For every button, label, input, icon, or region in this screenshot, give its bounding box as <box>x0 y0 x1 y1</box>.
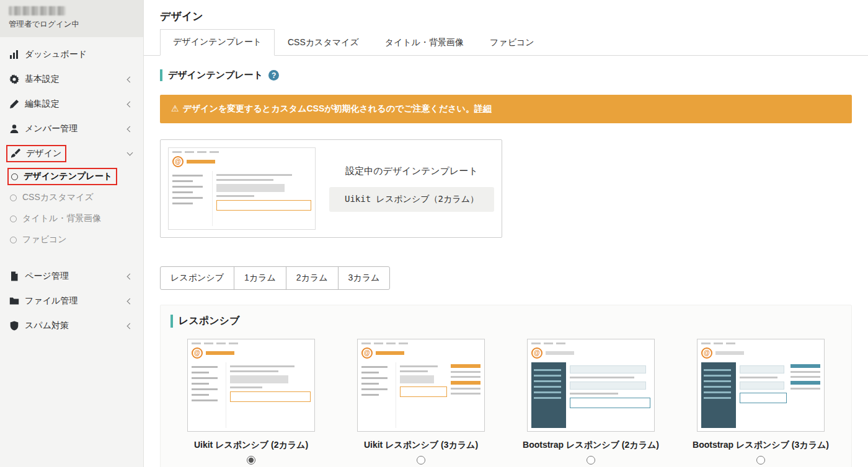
template-name: Uikit レスポンシブ (2カラム) <box>170 440 332 451</box>
warning-icon: ⚠ <box>171 103 179 113</box>
template-thumbnail: @ <box>697 339 825 432</box>
accent-bar <box>170 315 173 328</box>
tab-bar: デザインテンプレート CSSカスタマイズ タイトル・背景画像 ファビコン <box>144 29 868 56</box>
responsive-template-group: レスポンシブ @ <box>160 305 852 467</box>
chevron-left-icon <box>127 323 133 329</box>
chevron-left-icon <box>127 126 133 132</box>
login-status-label: 管理者でログイン中 <box>9 19 135 30</box>
sidebar: 管理者でログイン中 ダッシュボード 基本設定 編集設定 <box>0 0 144 467</box>
section-title: デザインテンプレート <box>168 69 263 81</box>
template-card-uikit-2col: @ Uikit レスポンシブ (2カラム) <box>170 339 332 466</box>
sidebar-item-label: ファイル管理 <box>25 295 122 307</box>
sidebar-subitem-label: CSSカスタマイズ <box>22 192 94 203</box>
current-template-info: 設定中のデザインテンプレート Uikit レスポンシブ（2カラム） <box>329 165 494 212</box>
chevron-left-icon <box>127 273 133 279</box>
main-content: デザイン デザインテンプレート CSSカスタマイズ タイトル・背景画像 ファビコ… <box>144 0 868 467</box>
template-thumbnail: @ <box>187 339 315 432</box>
chevron-left-icon <box>127 76 133 82</box>
filter-3column-button[interactable]: 3カラム <box>338 266 391 290</box>
template-thumbnail: @ <box>357 339 485 432</box>
sidebar-item-member-management[interactable]: メンバー管理 <box>0 116 143 141</box>
template-card-bootstrap-2col: @ Bootstrap レスポンシブ (2カラム) <box>510 339 671 466</box>
current-template-thumbnail: @ <box>168 147 316 230</box>
group-title: レスポンシブ <box>179 315 239 328</box>
template-name: Bootstrap レスポンシブ (2カラム) <box>510 440 671 451</box>
template-card-uikit-3col: @ Uikit レスポンシブ (3カラム) <box>340 339 502 466</box>
tab-design-template[interactable]: デザインテンプレート <box>160 29 275 56</box>
annotation-highlight-design-template: デザインテンプレート <box>7 168 117 185</box>
sidebar-menu: ダッシュボード 基本設定 編集設定 メンバー管理 <box>0 37 143 338</box>
sidebar-item-design[interactable]: デザイン <box>0 141 143 166</box>
warning-text: デザインを変更するとカスタムCSSが初期化されるのでご注意ください。 <box>183 103 474 113</box>
design-submenu: デザインテンプレート CSSカスタマイズ タイトル・背景画像 ファビコン <box>0 166 143 250</box>
sidebar-item-label: 編集設定 <box>25 98 122 110</box>
accent-bar <box>160 69 162 81</box>
radio-circle-icon <box>10 194 17 201</box>
sidebar-item-label: ページ管理 <box>25 271 122 282</box>
template-name: Bootstrap レスポンシブ (3カラム) <box>680 440 841 451</box>
template-radio-bootstrap-3col[interactable] <box>756 456 765 465</box>
person-icon <box>9 124 19 134</box>
radio-circle-icon <box>10 237 17 243</box>
folder-icon <box>9 296 19 307</box>
sidebar-item-basic-settings[interactable]: 基本設定 <box>0 67 143 92</box>
template-preview-uikit-2col: @ <box>169 148 315 229</box>
radio-circle-icon <box>11 173 18 180</box>
sidebar-subitem-label: デザインテンプレート <box>24 171 112 182</box>
sidebar-item-label: 基本設定 <box>25 74 122 85</box>
sidebar-subitem-title-background[interactable]: タイトル・背景画像 <box>0 208 143 229</box>
shield-icon <box>9 321 19 331</box>
sidebar-item-label: メンバー管理 <box>25 123 122 134</box>
sidebar-subitem-css-customize[interactable]: CSSカスタマイズ <box>0 187 143 208</box>
sidebar-subitem-favicon[interactable]: ファビコン <box>0 229 143 250</box>
tab-css-customize[interactable]: CSSカスタマイズ <box>275 30 372 56</box>
sidebar-item-dashboard[interactable]: ダッシュボード <box>0 42 143 67</box>
sidebar-item-label: スパム対策 <box>25 320 122 331</box>
help-icon[interactable]: ? <box>268 70 279 81</box>
column-filter-group: レスポンシブ 1カラム 2カラム 3カラム <box>160 266 390 290</box>
sidebar-subitem-label: タイトル・背景画像 <box>22 213 101 224</box>
template-radio-bootstrap-2col[interactable] <box>587 456 595 465</box>
chevron-down-icon <box>127 150 133 156</box>
sidebar-item-spam-protection[interactable]: スパム対策 <box>0 313 143 338</box>
tab-title-background[interactable]: タイトル・背景画像 <box>372 30 477 56</box>
group-heading: レスポンシブ <box>170 315 841 328</box>
template-radio-uikit-3col[interactable] <box>417 456 425 465</box>
page-header: デザイン <box>144 0 868 29</box>
bar-chart-icon <box>9 50 19 60</box>
warning-banner: ⚠デザインを変更するとカスタムCSSが初期化されるのでご注意ください。詳細 <box>160 95 852 123</box>
radio-circle-icon <box>10 216 17 222</box>
template-name: Uikit レスポンシブ (3カラム) <box>340 440 502 451</box>
sidebar-item-page-management[interactable]: ページ管理 <box>0 264 143 289</box>
current-template-card: @ 設定中のデザインテンプレート Uikit レスポンシブ（2カラム） <box>160 139 502 238</box>
template-thumbnail: @ <box>527 339 655 432</box>
template-preview-bootstrap-3col: @ <box>698 339 824 431</box>
annotation-highlight-design: デザイン <box>6 145 66 162</box>
filter-responsive-button[interactable]: レスポンシブ <box>160 266 234 290</box>
user-name-redacted <box>9 6 66 15</box>
page-icon <box>9 271 19 282</box>
gear-icon <box>9 74 19 85</box>
filter-2column-button[interactable]: 2カラム <box>286 266 339 290</box>
user-block: 管理者でログイン中 <box>0 0 143 37</box>
current-template-heading: 設定中のデザインテンプレート <box>329 165 494 177</box>
section-heading: デザインテンプレート ? <box>160 69 852 81</box>
current-template-value: Uikit レスポンシブ（2カラム） <box>329 187 494 212</box>
template-preview-uikit-3col: @ <box>358 339 484 431</box>
sidebar-item-label: デザイン <box>26 148 61 159</box>
sidebar-subitem-design-template[interactable]: デザインテンプレート <box>0 166 143 187</box>
page-title: デザイン <box>160 9 852 24</box>
sidebar-item-label: ダッシュボード <box>25 49 135 60</box>
sidebar-item-edit-settings[interactable]: 編集設定 <box>0 92 143 116</box>
filter-1column-button[interactable]: 1カラム <box>234 266 286 290</box>
template-radio-uikit-2col[interactable] <box>247 456 255 465</box>
sidebar-item-file-management[interactable]: ファイル管理 <box>0 289 143 313</box>
template-preview-uikit-2col: @ <box>188 339 314 431</box>
pencil-icon <box>9 99 19 110</box>
warning-detail-link[interactable]: 詳細 <box>474 103 492 113</box>
template-grid: @ Uikit レスポンシブ (2カラム) <box>170 339 841 466</box>
chevron-left-icon <box>127 298 133 304</box>
sidebar-subitem-label: ファビコン <box>22 234 67 245</box>
paintbrush-icon <box>10 149 20 159</box>
tab-favicon[interactable]: ファビコン <box>477 30 547 56</box>
